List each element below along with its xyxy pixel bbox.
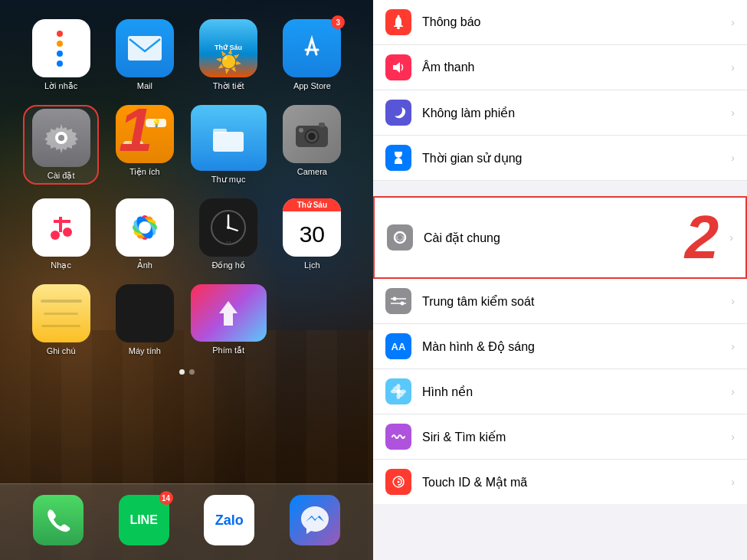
flower-icon bbox=[391, 384, 406, 399]
step-1-label: 1 bbox=[119, 100, 153, 161]
settings-item-control-center[interactable]: Trung tâm kiểm soát › bbox=[373, 279, 747, 324]
svg-rect-3 bbox=[213, 132, 244, 152]
dnd-icon bbox=[385, 100, 411, 126]
touchid-icon bbox=[385, 469, 411, 495]
app-label-notes: Ghi chú bbox=[47, 346, 76, 355]
dock-messenger[interactable] bbox=[290, 495, 340, 545]
svg-point-21 bbox=[139, 221, 151, 234]
gear-icon bbox=[392, 230, 408, 245]
app-label-photos: Ảnh bbox=[137, 260, 152, 270]
settings-list: Thông báo › Âm thanh › Không làm phiền › bbox=[373, 0, 747, 560]
app-grid: Lời nhắc Mail Thứ Sáu ☀️ bbox=[15, 11, 358, 363]
dock: LINE 14 Zalo bbox=[0, 483, 373, 560]
bell-icon bbox=[391, 15, 406, 30]
settings-panel: Thông báo › Âm thanh › Không làm phiền › bbox=[373, 0, 747, 560]
svg-point-26 bbox=[227, 226, 230, 229]
sounds-chevron: › bbox=[731, 61, 735, 74]
step-2-label: 2 bbox=[685, 207, 719, 268]
app-calculator[interactable]: Máy tính bbox=[106, 284, 182, 355]
svg-marker-30 bbox=[393, 62, 400, 73]
app-reminders[interactable]: Lời nhắc bbox=[23, 19, 99, 91]
app-mail[interactable]: Mail bbox=[106, 19, 182, 91]
hourglass-icon bbox=[391, 150, 406, 165]
app-label-weather: Thời tiết bbox=[213, 81, 244, 91]
music-icon bbox=[46, 212, 77, 243]
display-icon: AA bbox=[385, 333, 411, 359]
svg-rect-13 bbox=[59, 217, 62, 232]
moon-icon bbox=[391, 105, 406, 120]
page-dot-1 bbox=[179, 369, 185, 375]
app-label-settings: Cài đặt bbox=[48, 171, 75, 181]
control-center-label: Trung tâm kiểm soát bbox=[422, 294, 720, 309]
home-screen: Lời nhắc Mail Thứ Sáu ☀️ bbox=[0, 0, 373, 560]
app-calendar[interactable]: Thứ Sáu 30 Lịch bbox=[274, 198, 350, 270]
settings-item-wallpaper[interactable]: Hình nền › bbox=[373, 369, 747, 414]
app-files[interactable]: Thư mục bbox=[191, 105, 267, 185]
settings-item-general[interactable]: Cài đặt chung 2 › bbox=[373, 196, 747, 279]
svg-point-10 bbox=[299, 128, 303, 133]
svg-point-2 bbox=[58, 135, 64, 141]
notifications-label: Thông báo bbox=[422, 15, 720, 29]
app-label-clock: Đồng hồ bbox=[211, 260, 244, 270]
screentime-icon bbox=[385, 145, 411, 171]
page-dot-2 bbox=[189, 369, 195, 375]
app-appstore[interactable]: 3 App Store bbox=[274, 19, 350, 91]
general-label: Cài đặt chung bbox=[424, 231, 677, 245]
general-label-container: Cài đặt chung 2 bbox=[424, 207, 719, 268]
appstore-badge: 3 bbox=[331, 15, 345, 29]
siri-chevron: › bbox=[731, 431, 735, 443]
app-weather[interactable]: Thứ Sáu ☀️ Thời tiết bbox=[191, 19, 267, 91]
app-label-files: Thư mục bbox=[211, 175, 246, 185]
app-label-calculator: Máy tính bbox=[129, 346, 161, 355]
general-chevron: › bbox=[729, 231, 733, 244]
wallpaper-icon bbox=[385, 378, 411, 404]
app-label-reminders: Lời nhắc bbox=[44, 81, 77, 91]
siri-icon bbox=[385, 424, 411, 450]
app-label-camera: Camera bbox=[297, 167, 327, 176]
clock-icon: 12 bbox=[208, 208, 248, 247]
dock-phone[interactable] bbox=[33, 495, 84, 545]
app-music[interactable]: Nhạc bbox=[23, 198, 99, 270]
page-indicator bbox=[15, 363, 358, 381]
app-camera[interactable]: Camera bbox=[274, 105, 350, 185]
fingerprint-icon bbox=[391, 474, 406, 490]
app-label-utilities: Tiện ích bbox=[129, 167, 160, 177]
display-label: Màn hình & Độ sáng bbox=[422, 339, 720, 354]
wallpaper-chevron: › bbox=[731, 385, 735, 398]
calendar-day: 30 bbox=[300, 211, 325, 257]
app-clock[interactable]: 12 Đồng hồ bbox=[191, 198, 267, 270]
settings-gear-icon bbox=[43, 120, 80, 156]
sounds-label: Âm thanh bbox=[422, 61, 720, 74]
control-center-icon bbox=[385, 288, 411, 314]
settings-item-siri[interactable]: Siri & Tìm kiếm › bbox=[373, 414, 747, 460]
line-badge: 14 bbox=[159, 491, 173, 505]
svg-rect-4 bbox=[213, 129, 227, 133]
svg-rect-14 bbox=[54, 220, 70, 223]
app-label-appstore: App Store bbox=[293, 81, 331, 90]
camera-icon bbox=[294, 120, 329, 149]
settings-item-screentime[interactable]: Thời gian sử dụng › bbox=[373, 136, 747, 181]
siri-wave-icon bbox=[391, 429, 406, 444]
dock-zalo[interactable]: Zalo bbox=[204, 495, 254, 545]
svg-point-29 bbox=[398, 15, 400, 18]
settings-item-notifications[interactable]: Thông báo › bbox=[373, 0, 747, 45]
svg-point-11 bbox=[51, 231, 60, 240]
svg-point-33 bbox=[398, 235, 402, 240]
screentime-label: Thời gian sử dụng bbox=[422, 151, 720, 165]
app-settings[interactable]: Cài đặt bbox=[23, 105, 99, 185]
settings-item-dnd[interactable]: Không làm phiền › bbox=[373, 90, 747, 136]
speaker-icon bbox=[391, 60, 406, 75]
app-label-shortcuts: Phím tắt bbox=[212, 345, 244, 355]
app-shortcuts[interactable]: Phím tắt bbox=[191, 284, 267, 355]
app-notes[interactable]: Ghi chú bbox=[23, 284, 99, 355]
settings-item-display[interactable]: AA Màn hình & Độ sáng › bbox=[373, 324, 747, 369]
settings-item-touchid[interactable]: Touch ID & Mật mã › bbox=[373, 460, 747, 504]
svg-text:12: 12 bbox=[226, 241, 231, 245]
messenger-icon bbox=[300, 505, 330, 535]
svg-point-45 bbox=[398, 481, 400, 483]
settings-item-sounds[interactable]: Âm thanh › bbox=[373, 45, 747, 90]
sliders-icon bbox=[391, 293, 406, 309]
dnd-label: Không làm phiền bbox=[422, 106, 720, 120]
app-photos[interactable]: Ảnh bbox=[106, 198, 182, 270]
svg-point-12 bbox=[63, 228, 72, 237]
